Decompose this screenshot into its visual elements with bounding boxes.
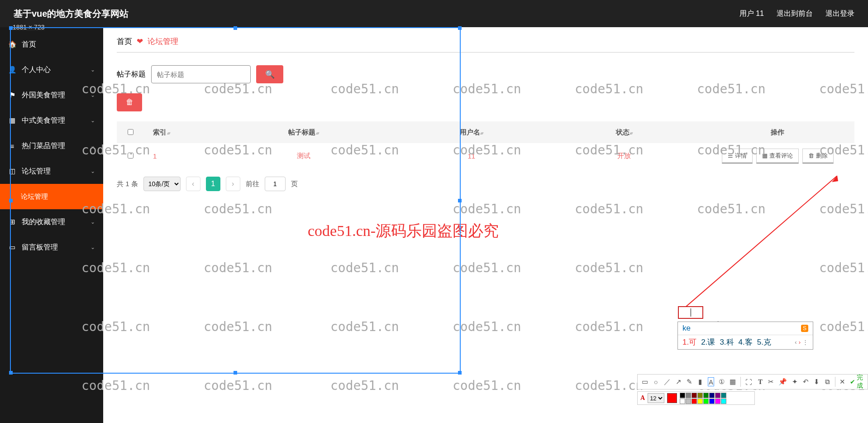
- goto-prefix: 前往: [246, 180, 259, 188]
- chevron-down-icon: ⌄: [91, 219, 95, 225]
- tool-share[interactable]: ✦: [792, 377, 798, 386]
- ime-popup: ke S 1.可 2.课 3.科 4.客 5.克 ‹›⋮: [677, 322, 813, 350]
- ime-candidate-1[interactable]: 1.可: [682, 337, 696, 347]
- ime-candidate-5[interactable]: 5.克: [757, 337, 771, 347]
- delete-selected-button[interactable]: 🗑: [117, 93, 142, 111]
- tool-undo[interactable]: ↶: [802, 377, 809, 386]
- grid-icon: ▦: [8, 116, 16, 125]
- ime-next-icon[interactable]: ›: [799, 339, 801, 346]
- sidebar-item-favorites[interactable]: ⊞我的收藏管理 ⌄: [0, 209, 103, 235]
- sidebar-sub-forum-mgmt[interactable]: 论坛管理: [0, 184, 103, 209]
- sidebar-label: 外国美食管理: [22, 91, 65, 100]
- ime-candidate-2[interactable]: 2.课: [701, 337, 715, 347]
- col-index[interactable]: 索引: [144, 128, 212, 137]
- ime-candidate-3[interactable]: 3.科: [720, 337, 734, 347]
- palette-black[interactable]: [680, 393, 685, 398]
- per-page-select[interactable]: 10条/页: [143, 177, 181, 191]
- sidebar-item-profile[interactable]: 👤个人中心 ⌄: [0, 57, 103, 82]
- col-title[interactable]: 帖子标题: [212, 128, 395, 137]
- select-all-checkbox[interactable]: [128, 129, 134, 135]
- cell-status: 开放: [548, 152, 701, 160]
- tool-crop[interactable]: ✂: [768, 377, 774, 386]
- tool-screenshot[interactable]: ⛶: [745, 377, 753, 386]
- tool-text[interactable]: A: [708, 377, 715, 386]
- tool-done[interactable]: ✔完成: [850, 374, 864, 390]
- palette-white[interactable]: [680, 399, 685, 404]
- page-1-button[interactable]: 1: [206, 177, 220, 191]
- toolbar-divider: [740, 377, 741, 387]
- tool-line[interactable]: ／: [663, 377, 671, 386]
- tool-number[interactable]: ①: [718, 377, 725, 386]
- sidebar-item-messages[interactable]: ▭留言板管理 ⌄: [0, 235, 103, 260]
- tool-blur[interactable]: ▦: [729, 377, 736, 386]
- col-user[interactable]: 用户名: [395, 128, 548, 137]
- sidebar-item-chinese-food[interactable]: ▦中式美食管理 ⌄: [0, 108, 103, 133]
- detail-icon: ☰: [728, 152, 733, 159]
- text-annotation-box[interactable]: [678, 306, 703, 319]
- palette-maroon[interactable]: [692, 393, 697, 398]
- palette-navy[interactable]: [709, 393, 715, 398]
- col-action: 操作: [701, 128, 854, 137]
- sidebar-item-foreign-food[interactable]: ⚑外国美食管理 ⌄: [0, 82, 103, 108]
- comment-icon: ▦: [762, 152, 768, 159]
- row-checkbox[interactable]: [128, 153, 134, 159]
- tool-copy[interactable]: ⧉: [824, 377, 831, 386]
- view-comments-button[interactable]: ▦查看评论: [756, 149, 799, 163]
- tool-arrow[interactable]: ↗: [675, 377, 682, 386]
- tool-cancel[interactable]: ✕: [839, 377, 846, 386]
- palette-cyan[interactable]: [721, 399, 726, 404]
- top-header: 基于vue的地方美食分享网站 用户 11 退出到前台 退出登录: [0, 0, 868, 27]
- ime-candidate-4[interactable]: 4.客: [739, 337, 753, 347]
- ime-more-icon[interactable]: ⋮: [802, 339, 808, 346]
- col-status[interactable]: 状态: [548, 128, 701, 137]
- screenshot-toolbar: ▭ ○ ／ ↗ ✎ ▮ A ① ▦ ⛶ 𝐓 ✂ 📌 ✦ ↶ ⬇ ⧉ ✕ ✔完成: [637, 374, 868, 389]
- sidebar-item-forum[interactable]: ◫论坛管理 ⌄: [0, 159, 103, 184]
- tool-pen[interactable]: ✎: [686, 377, 693, 386]
- cell-user: 11: [395, 152, 548, 160]
- palette-red[interactable]: [692, 399, 697, 404]
- tool-ellipse[interactable]: ○: [653, 377, 659, 386]
- data-table: 索引 帖子标题 用户名 状态 操作 1 测试 11 开放 ☰详情 ▦查看评论 🗑…: [117, 121, 854, 168]
- cell-title: 测试: [212, 152, 395, 160]
- heart-icon: ❤: [137, 37, 143, 46]
- palette-teal[interactable]: [721, 393, 726, 398]
- tool-ocr[interactable]: 𝐓: [757, 377, 763, 386]
- user-label[interactable]: 用户 11: [739, 9, 764, 19]
- palette-silver[interactable]: [686, 399, 691, 404]
- font-size-select[interactable]: 12: [648, 393, 664, 403]
- palette-lime[interactable]: [703, 399, 709, 404]
- current-color-swatch[interactable]: [667, 393, 677, 403]
- user-icon: 👤: [8, 66, 16, 74]
- palette-green[interactable]: [703, 393, 709, 398]
- palette-purple[interactable]: [715, 393, 720, 398]
- next-page-button[interactable]: ›: [226, 177, 240, 191]
- prev-page-button[interactable]: ‹: [186, 177, 200, 191]
- palette-olive[interactable]: [697, 393, 703, 398]
- chevron-down-icon: ⌄: [91, 168, 95, 174]
- breadcrumb-home[interactable]: 首页: [117, 36, 132, 47]
- sidebar-item-hot-dish[interactable]: ≡热门菜品管理 ⌄: [0, 133, 103, 159]
- chevron-down-icon: ⌄: [91, 92, 95, 98]
- tool-pin[interactable]: 📌: [778, 377, 787, 386]
- delete-button[interactable]: 🗑删除: [802, 149, 834, 163]
- tool-rectangle[interactable]: ▭: [641, 377, 649, 386]
- palette-yellow[interactable]: [697, 399, 703, 404]
- search-input[interactable]: [151, 65, 251, 83]
- tool-download[interactable]: ⬇: [813, 377, 820, 386]
- to-front-link[interactable]: 退出到前台: [777, 9, 813, 19]
- palette-gray[interactable]: [686, 393, 691, 398]
- search-button[interactable]: 🔍: [256, 65, 283, 83]
- search-icon: 🔍: [265, 70, 275, 79]
- palette-blue[interactable]: [709, 399, 715, 404]
- tool-marker[interactable]: ▮: [697, 377, 704, 386]
- chevron-down-icon: ⌄: [91, 244, 95, 250]
- logout-link[interactable]: 退出登录: [825, 9, 854, 19]
- home-icon: 🏠: [8, 40, 16, 48]
- palette-magenta[interactable]: [715, 399, 720, 404]
- trash-icon: 🗑: [808, 152, 814, 159]
- annotation-style-toolbar: A 12: [637, 391, 755, 405]
- detail-button[interactable]: ☰详情: [722, 149, 753, 163]
- goto-page-input[interactable]: [265, 177, 286, 191]
- sidebar-item-home[interactable]: 🏠首页: [0, 32, 103, 57]
- ime-prev-icon[interactable]: ‹: [795, 339, 796, 346]
